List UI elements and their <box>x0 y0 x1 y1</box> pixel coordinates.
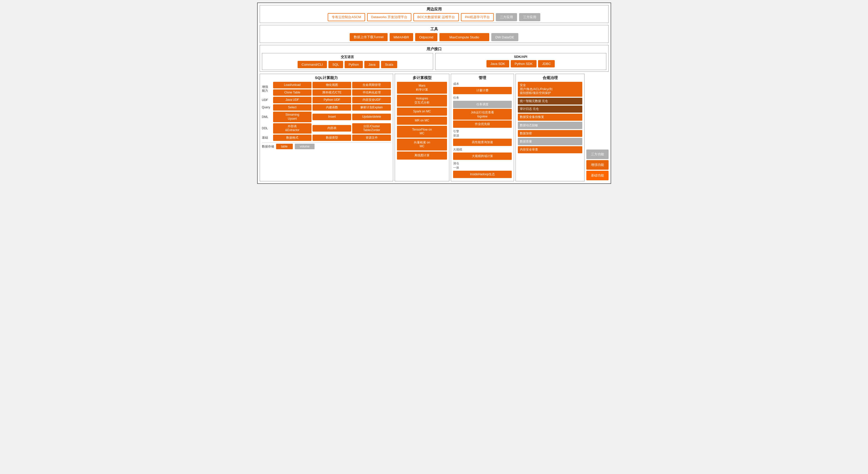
sql-cell-6-2[interactable]: 资源文件 <box>352 135 391 141</box>
mc-item-2[interactable]: Spark on MC <box>397 108 447 116</box>
lang-btn-1[interactable]: SQL <box>329 61 343 68</box>
mc-item-3[interactable]: MR on MC <box>397 117 447 125</box>
ui-inner: 交互语言 Command/CLI SQL Python Java Scala S… <box>262 53 606 70</box>
tools-title: 工具 <box>262 27 606 32</box>
comp-item-4[interactable]: 数据动态脱敏 <box>518 122 582 129</box>
sql-cell-2-1[interactable]: Python UDF <box>312 97 351 103</box>
user-interface-title: 用户接口 <box>262 47 606 52</box>
sql-cell-5-0[interactable]: 外部表 &Extractor <box>273 123 312 134</box>
bottom-sections: SQL计算能力 增强能力 Load/unload 物化视图 生命周期管理 Clo… <box>260 74 585 181</box>
sql-cell-0-2[interactable]: 生命周期管理 <box>352 82 391 89</box>
storage-table-btn[interactable]: table <box>276 144 293 149</box>
mgmt-lake: 湖仓 一体 InsideHadoop生态 <box>453 161 512 178</box>
sdk-btn-0[interactable]: Java SDK <box>487 60 509 67</box>
compliance-title: 合规治理 <box>518 75 582 80</box>
mc-item-1[interactable]: Hologres 交互式分析 <box>397 95 447 107</box>
mgmt-large: 大规模 大规模跨域计算 <box>453 147 512 160</box>
mgmt-task-gray-0[interactable]: 任务调度 <box>453 101 512 108</box>
mgmt-task-item-1[interactable]: 作业优先级 <box>453 121 512 128</box>
multi-compute-section: 多计算模型 Mars 科学计算 Hologres 交互式分析 Spark on … <box>395 74 449 181</box>
lang-btn-2[interactable]: Python <box>345 61 363 68</box>
lang-btn-3[interactable]: Java <box>364 61 379 68</box>
peripheral-btn-0[interactable]: 专有云控制台ASCM <box>328 13 365 21</box>
mgmt-engine: 引擎 资源 高性能查询加速 <box>453 129 512 146</box>
comp-item-5[interactable]: 数据加密 <box>518 130 582 137</box>
peripheral-btn-gray-0[interactable]: 二方应用 <box>496 13 517 21</box>
sql-cell-4-1[interactable]: Insert <box>312 114 351 120</box>
legend-basic[interactable]: 基础功能 <box>586 171 609 180</box>
lang-btn-0[interactable]: Command/CLI <box>298 61 327 68</box>
user-interface-section: 用户接口 交互语言 Command/CLI SQL Python Java Sc… <box>260 45 609 72</box>
mgmt-cost-label: 成本 <box>453 82 512 86</box>
mgmt-engine-label: 引擎 资源 <box>453 129 512 138</box>
compliance-grid: 安全 用户/角色/ACL/Policy/列 级别授权/项目空间保护 统一智能元数… <box>518 82 582 153</box>
mgmt-task-item-0[interactable]: Job运行信息查看 logview <box>453 109 512 120</box>
sql-cell-1-2[interactable]: 半结构化处理 <box>352 90 391 96</box>
peripheral-btn-3[interactable]: PAI机器学习平台 <box>461 13 494 21</box>
peripheral-btn-gray-1[interactable]: 三方应用 <box>519 13 540 21</box>
tools-btn-0[interactable]: 数据上传下载Tunnel <box>350 33 388 41</box>
sql-cell-5-1[interactable]: 内部表 <box>312 125 351 132</box>
sql-cell-4-2[interactable]: Update/delete <box>352 114 391 120</box>
mc-item-4[interactable]: TensorFlow on MC <box>397 126 447 138</box>
data-storage-bar: 数据存储 table volume <box>262 142 391 149</box>
sdk-api-title: SDK/API <box>437 55 604 59</box>
legend-third-party[interactable]: 三方功能 <box>586 149 609 159</box>
sql-cell-6-1[interactable]: 数据类型 <box>312 135 351 141</box>
comp-item-6[interactable]: 数据质量 <box>518 138 582 145</box>
mc-col: Mars 科学计算 Hologres 交互式分析 Spark on MC MR … <box>397 82 447 160</box>
comp-item-2[interactable]: 审计日志 元仓 <box>518 106 582 113</box>
bottom-main: SQL计算能力 增强能力 Load/unload 物化视图 生命周期管理 Clo… <box>260 74 585 181</box>
tools-row: 数据上传下载Tunnel MMA/HBR Odpscmd MaxCompute … <box>262 33 606 41</box>
lang-btn-4[interactable]: Scala <box>381 61 398 68</box>
sdk-api-section: SDK/API Java SDK Python SDK JDBC <box>435 53 606 70</box>
sql-cell-1-1[interactable]: 脚本模式/CTE <box>312 90 351 96</box>
comp-item-0[interactable]: 安全 用户/角色/ACL/Policy/列 级别授权/项目空间保护 <box>518 82 582 97</box>
interactive-lang-section: 交互语言 Command/CLI SQL Python Java Scala <box>262 53 433 70</box>
sql-cell-3-1[interactable]: 内建函数 <box>312 104 351 111</box>
sql-grid: 增强能力 Load/unload 物化视图 生命周期管理 Clone Table… <box>262 82 391 141</box>
storage-volume-btn[interactable]: volume <box>295 144 315 149</box>
side-legend: 三方功能 增强功能 基础功能 <box>586 149 609 181</box>
sql-row-label-ddl: DDL <box>262 127 272 130</box>
mc-item-0[interactable]: Mars 科学计算 <box>397 82 447 94</box>
mc-item-5[interactable]: 向量检索 on MC <box>397 139 447 150</box>
mgmt-cost-item-0[interactable]: 计量计费 <box>453 87 512 94</box>
multi-compute-title: 多计算模型 <box>397 75 447 80</box>
sql-cell-3-2[interactable]: 解析计划Explain <box>352 104 391 111</box>
sql-cell-0-1[interactable]: 物化视图 <box>312 82 351 89</box>
sql-section: SQL计算能力 增强能力 Load/unload 物化视图 生命周期管理 Clo… <box>260 74 394 181</box>
peripheral-btn-2[interactable]: BCC大数据管家 运维平台 <box>413 13 459 21</box>
peripheral-section: 周边应用 专有云控制台ASCM Dataworks 开发治理平台 BCC大数据管… <box>260 5 609 23</box>
sql-cell-3-0[interactable]: Select <box>273 104 312 111</box>
storage-label: 数据存储 <box>262 144 274 149</box>
peripheral-btn-1[interactable]: Dataworks 开发治理平台 <box>367 13 411 21</box>
sql-cell-4-0[interactable]: Streaming Upsert <box>273 112 312 122</box>
mc-item-6[interactable]: 离线图计算 <box>397 151 447 160</box>
sql-row-label-0: 增强能力 <box>262 85 272 93</box>
sql-title: SQL计算能力 <box>262 75 391 80</box>
tools-btn-2[interactable]: Odpscmd <box>415 33 437 41</box>
sql-cell-2-0[interactable]: Java UDF <box>273 97 312 103</box>
tools-btn-3[interactable]: MaxCompute Studio <box>439 33 490 41</box>
mgmt-task: 任务 任务调度 Job运行信息查看 logview 作业优先级 <box>453 96 512 128</box>
sql-cell-2-2[interactable]: 内容安全UDF <box>352 97 391 103</box>
sql-cell-6-0[interactable]: 数据格式 <box>273 135 312 141</box>
tools-btn-gray-0[interactable]: DW DataIDE <box>491 33 518 41</box>
management-title: 管理 <box>453 75 512 80</box>
sdk-api-row: Java SDK Python SDK JDBC <box>437 60 604 67</box>
sdk-btn-2[interactable]: JDBC <box>538 60 555 67</box>
legend-enhanced[interactable]: 增强功能 <box>586 160 609 170</box>
comp-item-3[interactable]: 数据安全备份恢复 <box>518 114 582 121</box>
mgmt-engine-item-0[interactable]: 高性能查询加速 <box>453 139 512 146</box>
sql-cell-5-2[interactable]: 分区/Cluster Table/Zorder <box>352 123 391 134</box>
comp-item-7[interactable]: 内容安全审查 <box>518 146 582 153</box>
mgmt-lake-item-0[interactable]: InsideHadoop生态 <box>453 171 512 178</box>
sql-cell-0-0[interactable]: Load/unload <box>273 82 312 89</box>
mgmt-large-item-0[interactable]: 大规模跨域计算 <box>453 153 512 160</box>
tools-btn-1[interactable]: MMA/HBR <box>390 33 413 41</box>
sdk-btn-1[interactable]: Python SDK <box>511 60 537 67</box>
peripheral-title: 周边应用 <box>262 7 606 12</box>
sql-cell-1-0[interactable]: Clone Table <box>273 90 312 96</box>
comp-item-1[interactable]: 统一智能元数据 元仓 <box>518 98 582 105</box>
